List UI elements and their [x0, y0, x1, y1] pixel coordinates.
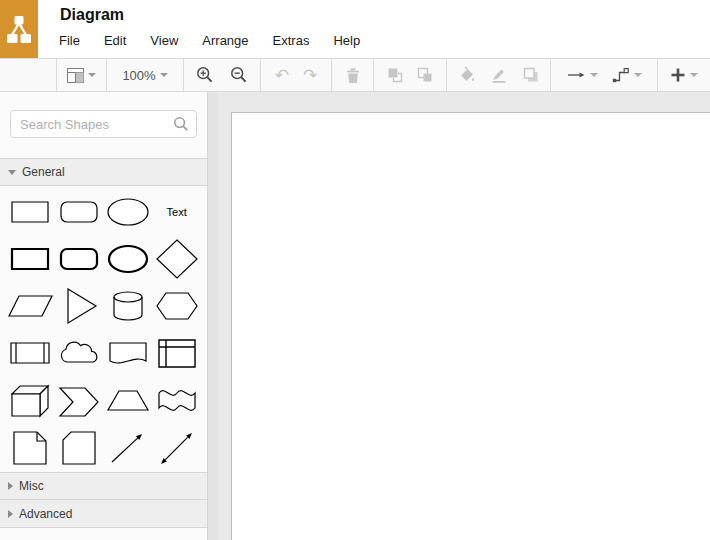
shape-parallelogram[interactable]	[6, 282, 55, 329]
shadow-icon[interactable]	[522, 66, 540, 84]
toolbar-group-delete	[331, 59, 373, 91]
redo-icon[interactable]: ↷	[303, 67, 317, 84]
waypoints-caret-icon	[634, 73, 642, 77]
shapes-sidebar: General Text	[0, 92, 208, 540]
shape-hexagon[interactable]	[152, 282, 201, 329]
shape-rounded-square[interactable]	[55, 235, 104, 282]
shape-document[interactable]	[104, 329, 153, 376]
section-advanced-label: Advanced	[19, 507, 72, 521]
zoom-level-caret-icon	[160, 73, 168, 77]
connection-caret-icon	[590, 73, 598, 77]
collapse-arrow-icon	[8, 170, 16, 175]
section-misc[interactable]: Misc	[0, 472, 207, 500]
menu-file[interactable]: File	[59, 33, 80, 48]
shape-tape[interactable]	[152, 376, 201, 423]
shape-card[interactable]	[55, 423, 104, 470]
zoom-level-button[interactable]: 100%	[122, 68, 167, 83]
toolbar-group-history: ↶ ↷	[260, 59, 331, 91]
document-title: Diagram	[60, 6, 124, 24]
delete-icon[interactable]	[345, 67, 361, 84]
menu-extras[interactable]: Extras	[273, 33, 310, 48]
shape-rectangle[interactable]	[6, 188, 55, 235]
sidebar-scrollbar-gutter[interactable]	[208, 92, 218, 540]
toolbar-group-order	[373, 59, 446, 91]
shape-circle[interactable]	[104, 235, 153, 282]
search-shapes-input[interactable]	[10, 110, 197, 138]
shape-triangle[interactable]	[55, 282, 104, 329]
connection-arrow-icon	[567, 69, 586, 81]
page-view-icon	[67, 68, 84, 83]
menu-help[interactable]: Help	[333, 33, 360, 48]
sidebar-filler	[0, 528, 207, 540]
drawing-canvas[interactable]	[218, 92, 710, 540]
shape-square[interactable]	[6, 235, 55, 282]
zoom-out-icon[interactable]	[230, 66, 248, 84]
top-bar: Diagram File Edit View Arrange Extras He…	[0, 0, 710, 58]
shape-text[interactable]: Text	[152, 188, 201, 235]
menu-arrange[interactable]: Arrange	[202, 33, 248, 48]
page-view-button[interactable]	[67, 68, 96, 83]
text-shape-label: Text	[167, 206, 187, 218]
toolbar-spacer	[0, 59, 56, 91]
toolbar-group-insert	[657, 59, 710, 91]
zoom-in-icon[interactable]	[196, 66, 214, 84]
zoom-level-value: 100%	[122, 68, 155, 83]
shape-cloud[interactable]	[55, 329, 104, 376]
app-logo	[0, 0, 38, 58]
connection-button[interactable]	[567, 69, 598, 81]
toolbar: 100% ↶ ↷	[0, 58, 710, 92]
toolbar-group-view	[56, 59, 106, 91]
to-front-icon[interactable]	[386, 66, 404, 84]
toolbar-group-style	[446, 59, 550, 91]
shape-process[interactable]	[6, 329, 55, 376]
shape-cylinder[interactable]	[104, 282, 153, 329]
section-general[interactable]: General	[0, 158, 207, 186]
shape-cube[interactable]	[6, 376, 55, 423]
toolbar-group-connection	[550, 59, 657, 91]
waypoints-button[interactable]	[612, 67, 642, 83]
shape-step[interactable]	[55, 376, 104, 423]
menu-bar: File Edit View Arrange Extras Help	[59, 33, 360, 48]
toolbar-group-zoomlevel: 100%	[106, 59, 183, 91]
shape-trapezoid[interactable]	[104, 376, 153, 423]
shape-ellipse[interactable]	[104, 188, 153, 235]
search-shapes-wrap	[10, 110, 197, 138]
line-color-icon[interactable]	[490, 66, 508, 84]
main-area: General Text	[0, 92, 710, 540]
undo-icon[interactable]: ↶	[275, 67, 289, 84]
menu-view[interactable]: View	[150, 33, 178, 48]
diagram-page[interactable]	[231, 112, 710, 540]
shape-diamond[interactable]	[152, 235, 201, 282]
expand-arrow-icon	[8, 510, 13, 518]
toolbar-group-zoom	[183, 59, 260, 91]
shape-internal-storage[interactable]	[152, 329, 201, 376]
section-general-label: General	[22, 165, 65, 179]
shape-palette: Text	[0, 186, 207, 472]
drawio-logo-icon	[6, 10, 32, 48]
shape-rounded-rectangle[interactable]	[55, 188, 104, 235]
shape-directional-arrow[interactable]	[104, 423, 153, 470]
section-advanced[interactable]: Advanced	[0, 500, 207, 528]
fill-color-icon[interactable]	[458, 66, 476, 84]
shape-bidirectional-arrow[interactable]	[152, 423, 201, 470]
to-back-icon[interactable]	[416, 66, 434, 84]
menu-edit[interactable]: Edit	[104, 33, 126, 48]
page-view-caret-icon	[88, 73, 96, 77]
search-icon	[173, 116, 189, 132]
insert-button[interactable]	[670, 67, 698, 83]
shape-note[interactable]	[6, 423, 55, 470]
expand-arrow-icon	[8, 482, 13, 490]
plus-icon	[670, 67, 686, 83]
section-misc-label: Misc	[19, 479, 44, 493]
waypoints-icon	[612, 67, 630, 83]
insert-caret-icon	[690, 73, 698, 77]
